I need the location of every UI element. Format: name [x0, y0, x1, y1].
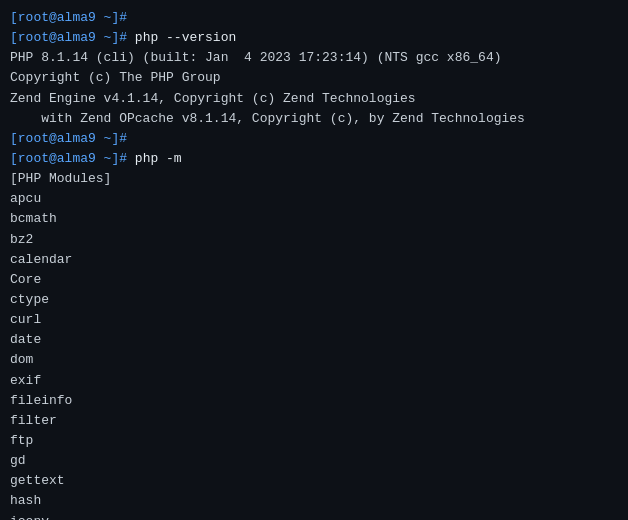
- terminal-line: with Zend OPcache v8.1.14, Copyright (c)…: [10, 109, 618, 129]
- terminal-line: bcmath: [10, 209, 618, 229]
- terminal-line: [root@alma9 ~]# php --version: [10, 28, 618, 48]
- terminal-line: [root@alma9 ~]# php -m: [10, 149, 618, 169]
- terminal-line: date: [10, 330, 618, 350]
- terminal-line: gd: [10, 451, 618, 471]
- terminal-line: hash: [10, 491, 618, 511]
- command-text: php -m: [135, 151, 182, 166]
- terminal-line: gettext: [10, 471, 618, 491]
- terminal-line: exif: [10, 371, 618, 391]
- prompt: [root@alma9 ~]#: [10, 30, 135, 45]
- terminal-line: ctype: [10, 290, 618, 310]
- terminal-line: fileinfo: [10, 391, 618, 411]
- prompt: [root@alma9 ~]#: [10, 131, 135, 146]
- terminal-line: filter: [10, 411, 618, 431]
- terminal-line: PHP 8.1.14 (cli) (built: Jan 4 2023 17:2…: [10, 48, 618, 68]
- terminal-line: Core: [10, 270, 618, 290]
- terminal-line: [PHP Modules]: [10, 169, 618, 189]
- terminal-line: calendar: [10, 250, 618, 270]
- terminal-line: Copyright (c) The PHP Group: [10, 68, 618, 88]
- prompt: [root@alma9 ~]#: [10, 10, 135, 25]
- terminal-line: [root@alma9 ~]#: [10, 8, 618, 28]
- terminal-line: bz2: [10, 230, 618, 250]
- terminal-line: apcu: [10, 189, 618, 209]
- terminal-line: Zend Engine v4.1.14, Copyright (c) Zend …: [10, 89, 618, 109]
- command-text: php --version: [135, 30, 236, 45]
- terminal-line: dom: [10, 350, 618, 370]
- terminal-line: ftp: [10, 431, 618, 451]
- terminal-line: [root@alma9 ~]#: [10, 129, 618, 149]
- prompt: [root@alma9 ~]#: [10, 151, 135, 166]
- terminal[interactable]: [root@alma9 ~]# [root@alma9 ~]# php --ve…: [0, 0, 628, 520]
- terminal-line: iconv: [10, 512, 618, 520]
- terminal-line: curl: [10, 310, 618, 330]
